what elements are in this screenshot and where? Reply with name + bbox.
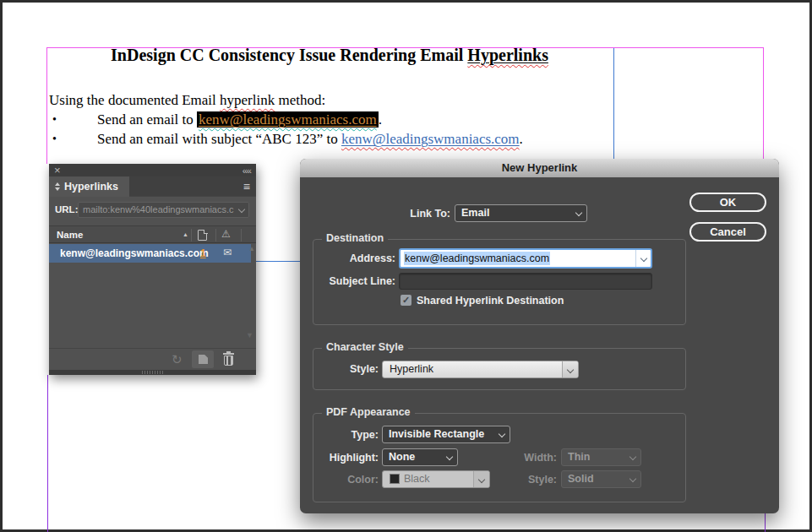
highlight-label: Highlight: [313, 452, 379, 464]
pdf-style-value: Solid [568, 473, 594, 485]
sort-ascending-icon[interactable]: ▲ [183, 231, 188, 237]
list-header: Name ▲ ⚠ [49, 225, 256, 243]
spellcheck-word: hyperlink [220, 92, 275, 108]
width-dropdown-disabled: Thin [561, 448, 641, 466]
url-field[interactable]: mailto:kenw%40leadingswmaniacs.c [78, 202, 249, 218]
hyperlink-page-number[interactable]: 1 [200, 247, 206, 259]
panel-resize-strip[interactable] [49, 370, 256, 375]
indesign-screenshot: InDesign CC Consistency Issue Rendering … [0, 0, 812, 532]
link-to-label: Link To: [351, 208, 450, 220]
chevron-down-icon [446, 453, 453, 460]
url-row: URL: mailto:kenw%40leadingswmaniacs.c [49, 201, 256, 218]
character-style-dropdown[interactable]: Hyperlink [382, 361, 579, 378]
type-value: Invisible Rectangle [389, 428, 484, 440]
panel-menu-icon[interactable]: ≡ [243, 180, 250, 193]
address-value-selected: kenw@leadingswmaniacs.com [404, 252, 550, 265]
cancel-button[interactable]: Cancel [689, 222, 766, 242]
dialog-titlebar[interactable]: New Hyperlink [300, 159, 779, 177]
panel-toggle-icon [55, 182, 60, 191]
color-label: Color: [313, 474, 379, 486]
chevron-down-icon[interactable] [238, 205, 245, 212]
type-dropdown[interactable]: Invisible Rectangle [382, 426, 510, 443]
subject-line-label: Subject Line: [313, 275, 395, 287]
hyperlink-list-row-selected[interactable]: kenw@leadingswmaniacs.com 1 ✉ [49, 244, 251, 263]
new-hyperlink-dialog: New Hyperlink Link To: Email OK Cancel D… [300, 159, 779, 513]
delete-hyperlink-button[interactable] [223, 353, 234, 366]
type-label: Type: [313, 429, 379, 441]
document-title-underlined-word: Hyperlinks [467, 46, 548, 64]
margin-guide-right [763, 47, 764, 159]
refresh-icon[interactable]: ↻ [172, 352, 183, 367]
pdf-appearance-group: PDF Appearance Type: Invisible Rectangle… [313, 413, 686, 502]
width-value: Thin [568, 451, 590, 463]
hyperlink-name: kenw@leadingswmaniacs.com [49, 247, 209, 259]
panel-tab-row: Hyperlinks ≡ [49, 176, 256, 197]
highlight-dropdown[interactable]: None [382, 448, 458, 466]
tab-hyperlinks-label: Hyperlinks [64, 181, 118, 193]
scroll-up-icon[interactable]: ▲ [248, 245, 255, 252]
chevron-down-icon [575, 209, 582, 216]
chevron-down-icon [567, 366, 574, 372]
create-new-hyperlink-button[interactable] [192, 350, 214, 368]
address-label: Address: [313, 252, 395, 264]
chevron-down-icon [629, 475, 636, 482]
link-to-dropdown[interactable]: Email [455, 204, 587, 222]
header-divider [215, 229, 216, 242]
width-label: Width: [466, 452, 557, 464]
style-label: Style: [313, 363, 379, 375]
header-divider [191, 229, 192, 242]
email-hyperlink-highlighted[interactable]: kenw@leadingswmaniacs.com [197, 111, 379, 128]
text-frame-edge-bottom [256, 261, 301, 262]
collapse-panel-icon[interactable]: «« [243, 166, 251, 176]
character-style-legend: Character Style [322, 341, 408, 353]
document-title: InDesign CC Consistency Issue Rendering … [46, 46, 613, 65]
scroll-down-icon[interactable]: ▼ [246, 331, 253, 339]
chevron-down-icon [499, 431, 505, 437]
destination-group: Destination Address: kenw@leadingswmania… [313, 239, 686, 325]
intro-line: Using the documented Email hyperlink met… [49, 92, 325, 109]
address-dropdown-button[interactable] [635, 250, 651, 267]
email-hyperlink-blue[interactable]: kenw@leadingswmaniacs.com [341, 131, 520, 147]
pdf-style-dropdown-disabled: Solid [561, 470, 641, 488]
url-label: URL: [49, 204, 78, 214]
shared-destination-checkbox[interactable]: ✓ [401, 295, 411, 306]
highlight-value: None [389, 451, 415, 463]
black-color-swatch [390, 474, 400, 484]
new-hyperlink-icon [199, 355, 208, 364]
warning-icon: ⚠ [221, 228, 231, 240]
text-frame-edge-right [613, 48, 614, 159]
shared-destination-label[interactable]: Shared Hyperlink Destination [417, 295, 564, 307]
envelope-icon: ✉ [223, 247, 232, 258]
link-to-value: Email [461, 207, 489, 219]
column-guide-left [47, 375, 48, 532]
address-combobox[interactable]: kenw@leadingswmaniacs.com [399, 248, 652, 269]
bullet-icon: • [52, 113, 57, 127]
chevron-down-icon [640, 255, 646, 262]
pdf-style-label: Style: [466, 474, 557, 486]
page-destination-icon [198, 230, 207, 241]
url-value: mailto:kenw%40leadingswmaniacs.c [83, 204, 234, 214]
name-column-header[interactable]: Name [49, 230, 83, 240]
character-style-group: Character Style Style: Hyperlink [313, 348, 686, 390]
chevron-down-icon [629, 453, 636, 460]
header-divider [241, 229, 242, 242]
ok-button[interactable]: OK [689, 193, 766, 212]
destination-legend: Destination [322, 232, 388, 244]
dropdown-button[interactable] [562, 361, 578, 377]
panel-footer: ↻ [49, 348, 256, 370]
close-icon[interactable]: × [54, 166, 61, 175]
pdf-appearance-legend: PDF Appearance [322, 406, 415, 418]
hyperlinks-panel: × «« Hyperlinks ≡ URL: mailto:kenw%40lea… [49, 164, 256, 375]
panel-titlebar: × «« [49, 164, 256, 176]
subject-line-input[interactable] [399, 273, 652, 290]
character-style-value: Hyperlink [390, 363, 433, 375]
bullet-icon: • [52, 133, 57, 146]
tab-hyperlinks[interactable]: Hyperlinks [49, 176, 129, 197]
color-value: Black [404, 473, 430, 485]
resize-grip-icon[interactable] [142, 371, 164, 374]
document-title-text: InDesign CC Consistency Issue Rendering … [111, 46, 467, 64]
